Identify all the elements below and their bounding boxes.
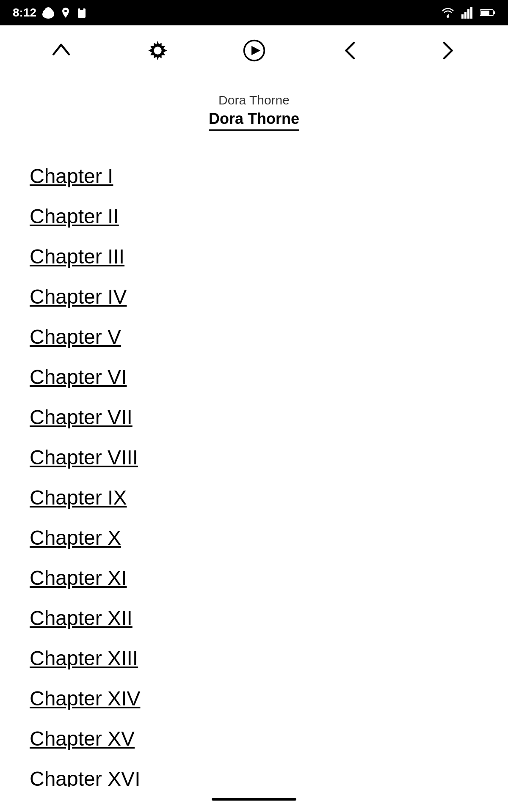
play-button[interactable] [238, 35, 270, 66]
svg-marker-17 [251, 46, 260, 55]
chapter-item[interactable]: Chapter IX [30, 477, 478, 518]
svg-rect-8 [464, 12, 467, 19]
chapter-item[interactable]: Chapter X [30, 518, 478, 558]
svg-point-6 [447, 15, 449, 18]
svg-rect-4 [78, 8, 86, 18]
battery-icon [480, 8, 495, 17]
svg-point-3 [44, 7, 52, 15]
chapter-item[interactable]: Chapter XIII [30, 638, 478, 678]
status-time: 8:12 [13, 6, 36, 19]
svg-rect-10 [470, 7, 472, 19]
chapter-list: Chapter IChapter IIChapter IIIChapter IV… [0, 139, 508, 812]
chapter-item[interactable]: Chapter XI [30, 558, 478, 598]
forward-button[interactable] [431, 35, 463, 66]
svg-point-15 [154, 47, 161, 54]
bottom-indicator [212, 798, 296, 801]
wifi-icon [440, 7, 456, 19]
svg-rect-9 [467, 9, 469, 19]
status-bar: 8:12 [0, 0, 508, 25]
svg-rect-5 [80, 7, 83, 10]
settings-button[interactable] [142, 35, 174, 66]
notification-icon [41, 7, 55, 19]
toolbar [0, 25, 508, 76]
chapter-item[interactable]: Chapter XIV [30, 678, 478, 719]
chapter-item[interactable]: Chapter III [30, 236, 478, 277]
status-right [440, 7, 495, 19]
svg-rect-12 [481, 11, 489, 15]
book-header: Dora Thorne Dora Thorne [0, 76, 508, 139]
book-title-small: Dora Thorne [0, 93, 508, 107]
location-icon [60, 7, 71, 19]
chapter-item[interactable]: Chapter VIII [30, 437, 478, 477]
chapter-item[interactable]: Chapter XII [30, 598, 478, 638]
clipboard-icon [76, 7, 87, 19]
chapter-item[interactable]: Chapter V [30, 317, 478, 357]
svg-rect-7 [461, 14, 464, 19]
signal-icon [461, 7, 474, 19]
chapter-item[interactable]: Chapter XV [30, 719, 478, 759]
svg-rect-13 [494, 11, 495, 14]
up-arrow-button[interactable] [45, 35, 77, 66]
chapter-item[interactable]: Chapter I [30, 156, 478, 196]
status-left: 8:12 [13, 6, 87, 19]
chapter-item[interactable]: Chapter II [30, 196, 478, 236]
back-button[interactable] [335, 35, 367, 66]
bottom-bar [0, 787, 508, 812]
chapter-item[interactable]: Chapter IV [30, 277, 478, 317]
chapter-item[interactable]: Chapter VII [30, 397, 478, 437]
book-title-large: Dora Thorne [209, 110, 299, 131]
chapter-item[interactable]: Chapter VI [30, 357, 478, 397]
